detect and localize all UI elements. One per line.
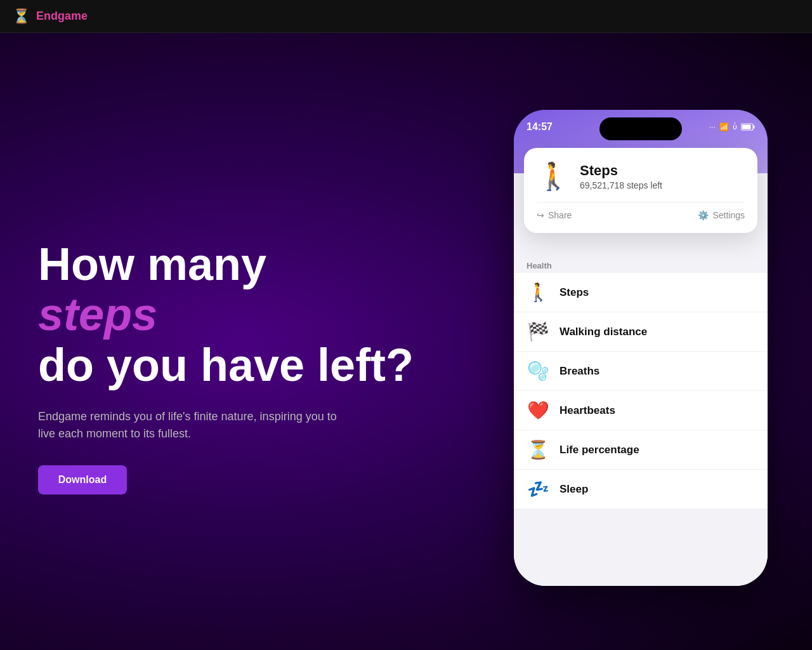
battery-indicator — [741, 123, 755, 131]
phone-preview: 14:57 ··· 📶 ὐ‌‍️ — [495, 33, 812, 650]
list-item[interactable]: 💤Sleep — [514, 470, 768, 508]
list-item-emoji: 🚶 — [527, 282, 549, 303]
settings-icon: ⚙️ — [698, 210, 709, 220]
list-item[interactable]: ❤️Heartbeats — [514, 391, 768, 430]
logo-icon: ⏳ — [13, 8, 30, 25]
list-item-label: Breaths — [560, 365, 599, 378]
list-item-label: Heartbeats — [560, 404, 615, 417]
card-subtitle: 69,521,718 steps left — [580, 180, 662, 190]
list-item[interactable]: 🫧Breaths — [514, 352, 768, 391]
list-item-label: Steps — [560, 286, 589, 299]
list-item-emoji: 🏁 — [527, 321, 549, 342]
list-item-emoji: ❤️ — [527, 400, 549, 421]
list-item[interactable]: 🚶Steps — [514, 273, 768, 312]
status-bar: 14:57 ··· 📶 ὐ‌‍️ — [527, 121, 755, 133]
list-item-label: Sleep — [560, 483, 588, 496]
navbar: ⏳ Endgame — [0, 0, 812, 33]
status-icons: ··· 📶 ὐ‌‍️ — [709, 123, 755, 131]
dynamic-island — [599, 117, 682, 140]
phone-mockup: 14:57 ··· 📶 ὐ‌‍️ — [514, 110, 768, 586]
list-item-emoji: 💤 — [527, 479, 549, 500]
battery-icon: ὐ‌‍️ — [733, 123, 737, 131]
hero-section: How many steps do you have left? Endgame… — [0, 33, 495, 650]
main-content: How many steps do you have left? Endgame… — [0, 33, 812, 650]
headline-line1: How many — [38, 239, 266, 289]
steps-emoji: 🚶 — [537, 173, 570, 192]
tagline: Endgame reminds you of life's finite nat… — [38, 408, 343, 442]
health-section-header: Health — [514, 256, 768, 273]
share-action[interactable]: ↪ Share — [537, 210, 572, 220]
card-actions: ↪ Share ⚙️ Settings — [537, 202, 745, 220]
list-item[interactable]: ⏳Life percentage — [514, 430, 768, 470]
download-button[interactable]: Download — [38, 465, 127, 494]
card-info: Steps 69,521,718 steps left — [580, 173, 662, 190]
settings-action[interactable]: ⚙️ Settings — [698, 210, 745, 220]
status-time: 14:57 — [527, 121, 553, 133]
svg-rect-2 — [742, 125, 751, 129]
card-title: Steps — [580, 173, 662, 179]
wifi-icon: ··· — [709, 123, 716, 131]
list-item-emoji: ⏳ — [527, 439, 549, 460]
headline-line2: do you have left? — [38, 340, 414, 390]
list-item[interactable]: 🏁Walking distance — [514, 312, 768, 352]
settings-label: Settings — [712, 210, 745, 220]
list-item-emoji: 🫧 — [527, 361, 549, 381]
health-list: 🚶Steps🏁Walking distance🫧Breaths❤️Heartbe… — [514, 273, 768, 508]
card-header: 🚶 Steps 69,521,718 steps left — [537, 173, 745, 192]
list-item-label: Life percentage — [560, 444, 639, 456]
logo-text: Endgame — [36, 10, 88, 23]
headline-highlight: steps — [38, 289, 157, 340]
list-item-label: Walking distance — [560, 326, 647, 338]
svg-rect-1 — [754, 126, 755, 129]
share-icon: ↪ — [537, 210, 544, 220]
phone-body: 🚶 Steps 69,521,718 steps left ↪ Share ⚙️ — [514, 173, 768, 586]
headline: How many steps do you have left? — [38, 239, 457, 390]
steps-card: 🚶 Steps 69,521,718 steps left ↪ Share ⚙️ — [524, 173, 757, 233]
share-label: Share — [548, 210, 572, 220]
wifi-signal-icon: 📶 — [719, 123, 729, 131]
